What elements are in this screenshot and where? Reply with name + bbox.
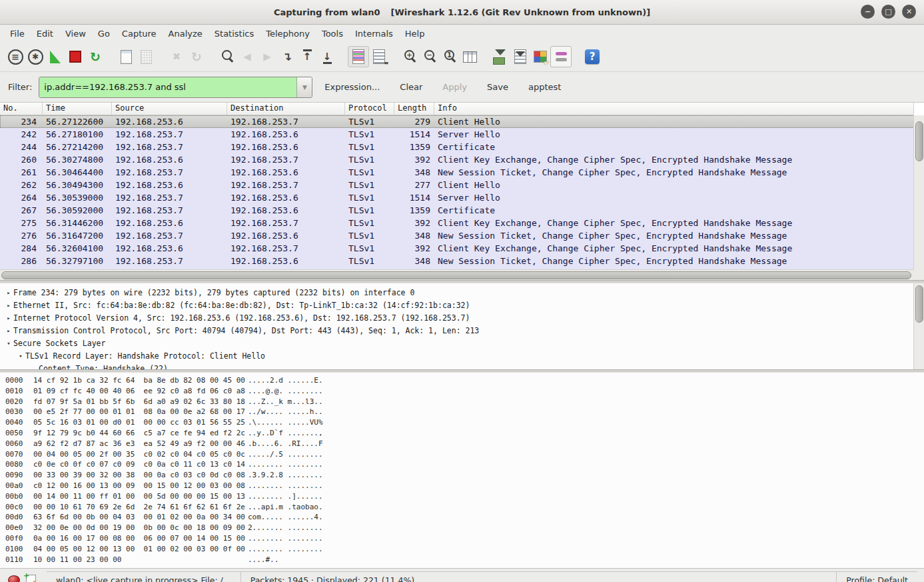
hex-row[interactable]: 010004 00 05 00 12 00 13 00 01 00 02 00 … <box>5 544 924 555</box>
expander-icon[interactable]: ▸ <box>4 327 13 334</box>
capture-filters-icon[interactable] <box>490 47 510 67</box>
packet-row[interactable]: 260 56.30274800 192.168.253.6 192.168.25… <box>0 153 914 166</box>
hex-row[interactable]: 001001 09 cf fc 40 00 40 06 ee 92 c0 a8 … <box>5 386 924 397</box>
expander-icon[interactable]: ▸ <box>4 315 13 321</box>
detail-row[interactable]: ▸ Transmission Control Protocol, Src Por… <box>0 324 924 337</box>
column-header[interactable]: Info <box>434 103 914 115</box>
packet-list-vertical-scrollbar[interactable] <box>913 115 924 270</box>
hex-row[interactable]: 011010 00 11 00 23 00 00....#.. <box>5 555 924 565</box>
packet-row[interactable]: 284 56.32604100 192.168.253.6 192.168.25… <box>0 242 914 255</box>
expander-icon[interactable]: ▾ <box>4 340 13 347</box>
filter-input[interactable] <box>39 77 296 97</box>
hex-row[interactable]: 00b000 14 00 11 00 ff 01 00 00 5d 00 00 … <box>5 491 924 502</box>
filter-dropdown-icon[interactable]: ▼ <box>296 77 312 97</box>
preferences-icon[interactable] <box>550 46 572 67</box>
find-packet-icon[interactable] <box>217 47 237 67</box>
open-file-icon[interactable] <box>116 47 136 67</box>
capture-restart-icon[interactable] <box>85 47 105 67</box>
menu-view[interactable]: View <box>59 27 92 41</box>
profile-text[interactable]: Profile: Default <box>836 571 917 582</box>
scrollbar-thumb[interactable] <box>915 121 923 161</box>
column-header[interactable]: Protocol <box>345 103 394 115</box>
menu-tools[interactable]: Tools <box>316 27 349 41</box>
detail-row[interactable]: ▾ TLSv1 Record Layer: Handshake Protocol… <box>0 349 924 362</box>
auto-scroll-icon[interactable] <box>369 47 389 67</box>
menu-edit[interactable]: Edit <box>31 27 59 41</box>
help-icon[interactable] <box>582 47 602 67</box>
minimize-button[interactable]: − <box>861 5 875 19</box>
scrollbar-thumb[interactable] <box>1 271 911 279</box>
close-file-icon[interactable] <box>167 47 187 67</box>
packet-row[interactable]: 267 56.30592000 192.168.253.7 192.168.25… <box>0 204 914 217</box>
hex-row[interactable]: 00f00a 00 16 00 17 00 08 00 06 00 07 00 … <box>5 533 924 544</box>
hex-row[interactable]: 000014 cf 92 1b ca 32 fc 64 ba 8e db 82 … <box>5 375 924 386</box>
capture-comment-icon[interactable] <box>26 575 36 582</box>
hex-row[interactable]: 009000 33 00 39 00 32 00 38 00 0a c0 03 … <box>5 470 924 481</box>
colorize-icon[interactable] <box>348 46 369 67</box>
go-to-top-icon[interactable] <box>297 47 317 67</box>
hex-row[interactable]: 00509f 12 79 9c b0 44 60 66 c5 a7 ce fe … <box>5 428 924 439</box>
scrollbar-thumb[interactable] <box>915 285 923 323</box>
detail-row[interactable]: ▸ Ethernet II, Src: fc:64:ba:8e:db:82 (f… <box>0 299 924 311</box>
hex-row[interactable]: 0060a9 62 f2 d7 87 ac 36 e3 ea 52 49 a9 … <box>5 439 924 449</box>
column-header[interactable]: No. <box>0 103 43 115</box>
expander-icon[interactable]: ▸ <box>4 302 13 309</box>
hex-row[interactable]: 004005 5c 16 03 01 00 d0 01 00 00 cc 03 … <box>5 417 924 428</box>
display-filters-icon[interactable] <box>510 47 530 67</box>
column-header[interactable]: Time <box>43 103 112 115</box>
resize-columns-icon[interactable] <box>460 47 480 67</box>
expander-icon[interactable]: ▸ <box>4 289 13 296</box>
zoom-100-icon[interactable] <box>440 47 460 67</box>
maximize-button[interactable]: □ <box>881 5 895 19</box>
coloring-rules-icon[interactable] <box>530 47 550 67</box>
menu-analyze[interactable]: Analyze <box>163 27 209 41</box>
packet-row[interactable]: 244 56.27214200 192.168.253.7 192.168.25… <box>0 141 914 153</box>
menu-statistics[interactable]: Statistics <box>209 27 260 41</box>
list-interfaces-icon[interactable] <box>5 47 25 67</box>
column-header[interactable]: Destination <box>227 103 345 115</box>
clear-button[interactable]: Clear <box>400 82 422 92</box>
hex-row[interactable]: 003000 e5 2f 77 00 00 01 01 08 0a 00 0e … <box>5 407 924 417</box>
go-forward-icon[interactable] <box>257 47 277 67</box>
column-header[interactable]: Length <box>394 103 434 115</box>
packet-row[interactable]: 262 56.30494300 192.168.253.6 192.168.25… <box>0 179 914 191</box>
packet-row[interactable]: 261 56.30464400 192.168.253.7 192.168.25… <box>0 166 914 179</box>
details-vertical-scrollbar[interactable] <box>913 283 924 369</box>
zoom-in-icon[interactable] <box>400 47 420 67</box>
menu-internals[interactable]: Internals <box>349 27 399 41</box>
packet-list-horizontal-scrollbar[interactable] <box>0 269 914 280</box>
hex-row[interactable]: 00a0c0 12 00 16 00 13 00 09 00 15 00 12 … <box>5 481 924 491</box>
packet-row[interactable]: 286 56.32797100 192.168.253.7 192.168.25… <box>0 255 914 267</box>
go-to-bottom-icon[interactable] <box>317 47 337 67</box>
save-button[interactable]: Save <box>487 82 508 92</box>
hex-row[interactable]: 0020fd 07 9f 5a 01 bb 5f 6b 6d a0 a9 02 … <box>5 397 924 407</box>
menu-help[interactable]: Help <box>399 27 431 41</box>
packet-row[interactable]: 242 56.27180100 192.168.253.7 192.168.25… <box>0 128 914 141</box>
go-back-icon[interactable] <box>237 47 257 67</box>
packet-row[interactable]: 276 56.31647200 192.168.253.7 192.168.25… <box>0 229 914 242</box>
capture-start-icon[interactable] <box>45 47 65 67</box>
save-file-icon[interactable] <box>136 47 156 67</box>
menu-go[interactable]: Go <box>92 27 116 41</box>
detail-row[interactable]: ▸ Internet Protocol Version 4, Src: 192.… <box>0 311 924 324</box>
detail-row[interactable]: ▾ Secure Sockets Layer <box>0 337 924 349</box>
expert-info-icon[interactable] <box>8 575 20 582</box>
menu-telephony[interactable]: Telephony <box>260 27 316 41</box>
close-button[interactable]: ✕ <box>902 5 916 19</box>
hex-row[interactable]: 0080c0 0e c0 0f c0 07 c0 09 c0 0a c0 11 … <box>5 459 924 470</box>
detail-row[interactable]: ▸ Frame 234: 279 bytes on wire (2232 bit… <box>0 286 924 299</box>
expression-button[interactable]: Expression... <box>324 82 380 92</box>
packet-row[interactable]: 234 56.27122600 192.168.253.6 192.168.25… <box>0 115 914 128</box>
hex-row[interactable]: 00c000 00 10 61 70 69 2e 6d 2e 74 61 6f … <box>5 502 924 513</box>
menu-capture[interactable]: Capture <box>116 27 163 41</box>
menu-file[interactable]: File <box>4 27 31 41</box>
expander-icon[interactable]: ▾ <box>16 353 25 359</box>
capture-options-icon[interactable] <box>25 47 45 67</box>
apply-button[interactable]: Apply <box>442 82 467 92</box>
zoom-out-icon[interactable] <box>420 47 440 67</box>
hex-row[interactable]: 007000 04 00 05 00 2f 00 35 c0 02 c0 04 … <box>5 449 924 460</box>
packet-row[interactable]: 275 56.31446200 192.168.253.6 192.168.25… <box>0 217 914 229</box>
capture-stop-icon[interactable] <box>65 47 85 67</box>
column-header[interactable]: Source <box>112 103 227 115</box>
go-to-packet-icon[interactable] <box>277 47 297 67</box>
